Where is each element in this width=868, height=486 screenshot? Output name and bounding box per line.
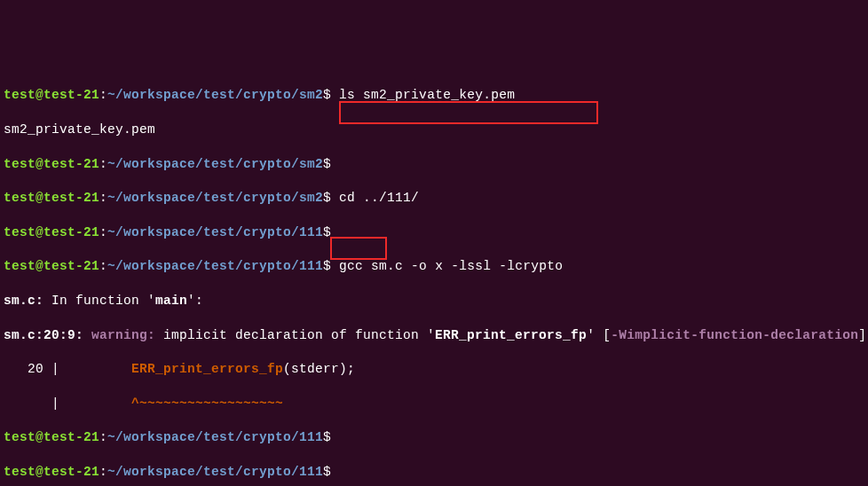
colon: : [99, 88, 107, 102]
userhost: test@test-21 [4, 88, 99, 102]
compiler-warning: sm.c:20:9: warning: implicit declaration… [4, 327, 868, 344]
output: sm2_private_key.pem [4, 122, 868, 138]
warning-label: warning: [83, 328, 163, 342]
prompt-line: test@test-21:~/workspace/test/crypto/sm2… [4, 190, 868, 207]
terminal[interactable]: test@test-21:~/workspace/test/crypto/sm2… [0, 68, 868, 486]
compiler-caret: | ^~~~~~~~~~~~~~~~~~~ [4, 396, 868, 412]
prompt-line: test@test-21:~/workspace/test/crypto/sm2… [4, 87, 868, 104]
prompt-line: test@test-21:~/workspace/test/crypto/111… [4, 224, 868, 241]
compiler-output: sm.c: In function 'main': [4, 293, 868, 310]
compiler-context: 20 | ERR_print_errors_fp(stderr); [4, 361, 868, 378]
prompt-line: test@test-21:~/workspace/test/crypto/sm2… [4, 156, 868, 173]
command: ls sm2_private_key.pem [331, 88, 515, 102]
prompt-line: test@test-21:~/workspace/test/crypto/111… [4, 429, 868, 446]
command-gcc: gcc sm.c -o x -lssl -lcrypto [331, 259, 563, 273]
cwd: ~/workspace/test/crypto/sm2 [107, 88, 323, 102]
compiler-flag: -Wimplicit-function-declaration [611, 328, 858, 342]
prompt-dollar: $ [323, 88, 331, 102]
prompt-line: test@test-21:~/workspace/test/crypto/111… [4, 258, 868, 275]
prompt-line: test@test-21:~/workspace/test/crypto/111… [4, 464, 868, 481]
